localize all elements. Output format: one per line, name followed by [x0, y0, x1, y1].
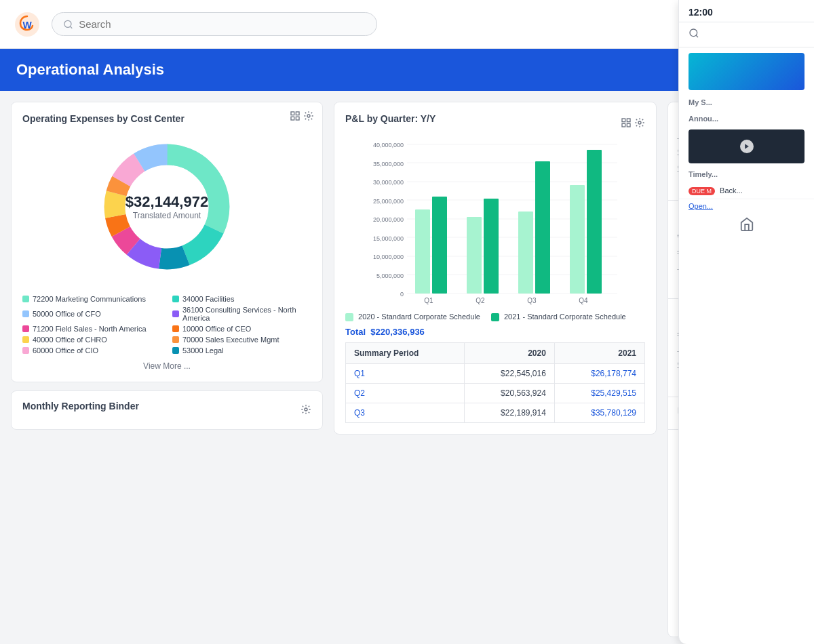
svg-rect-47	[484, 199, 499, 294]
svg-rect-48	[518, 212, 533, 294]
donut-chart-settings-button[interactable]	[290, 110, 314, 121]
gear-icon	[634, 117, 645, 128]
search-bar[interactable]	[52, 12, 377, 36]
donut-center: $32,144,972 Translated Amount	[125, 193, 208, 220]
notif-timely-title: Timely...	[679, 166, 814, 182]
legend-label: 72200 Marketing Communications	[33, 295, 146, 303]
table-row: Q2 $20,563,924 $25,429,515	[346, 384, 645, 403]
svg-text:10,000,000: 10,000,000	[373, 254, 404, 260]
svg-text:Q4: Q4	[579, 297, 588, 304]
legend-color	[22, 336, 29, 343]
legend-color	[172, 296, 179, 302]
donut-wrapper: $32,144,972 Translated Amount	[92, 132, 241, 281]
svg-marker-58	[745, 144, 749, 149]
legend-label-2020: 2020 - Standard Corporate Schedule	[358, 313, 480, 321]
donut-legend: 72200 Marketing Communications 34000 Fac…	[22, 295, 311, 355]
notification-panel: 12:00 My S... Annou... Timely... DUE M B…	[678, 0, 814, 644]
svg-point-2	[64, 20, 71, 27]
due-badge: DUE M	[689, 187, 715, 195]
legend-label: 36100 Consulting Services - North Americ…	[182, 306, 311, 322]
home-button[interactable]	[679, 213, 814, 239]
svg-rect-23	[622, 123, 625, 127]
svg-rect-22	[627, 119, 630, 122]
notif-my-section: My S...	[679, 94, 814, 110]
legend-color	[172, 336, 179, 343]
svg-text:30,000,000: 30,000,000	[373, 179, 404, 186]
notif-video-thumb[interactable]	[689, 129, 805, 163]
svg-rect-49	[535, 161, 550, 294]
legend-label: 34000 Facilities	[182, 295, 234, 303]
legend-swatch-2021	[491, 313, 499, 321]
grid-icon	[621, 117, 632, 128]
legend-swatch-2020	[345, 313, 353, 321]
svg-text:40,000,000: 40,000,000	[373, 142, 404, 148]
svg-rect-44	[415, 209, 430, 294]
search-input[interactable]	[79, 18, 366, 30]
chart-total-label: Total	[345, 327, 366, 337]
svg-rect-51	[587, 150, 602, 294]
q1-2021: $26,178,774	[554, 364, 644, 384]
bar-chart-settings-button[interactable]	[621, 117, 645, 128]
monthly-binder-card: Monthly Reporting Binder	[11, 390, 323, 430]
svg-rect-50	[570, 185, 585, 294]
svg-rect-4	[291, 112, 294, 115]
q1-2020: $22,545,016	[464, 364, 554, 384]
home-icon	[739, 217, 754, 232]
svg-rect-6	[291, 117, 294, 120]
q2-link[interactable]: Q2	[354, 388, 365, 398]
chart-total-value[interactable]: $220,336,936	[370, 327, 425, 337]
open-link[interactable]: Open...	[679, 199, 814, 213]
table-row: Q1 $22,545,016 $26,178,774	[346, 364, 645, 384]
play-button[interactable]	[740, 140, 754, 153]
notif-due-item: DUE M Back...	[679, 182, 814, 199]
legend-label: 53000 Legal	[182, 346, 224, 355]
table-row: Q3 $22,189,914 $35,780,129	[346, 403, 645, 423]
search-icon[interactable]	[689, 28, 699, 39]
chart-legend: 2020 - Standard Corporate Schedule 2021 …	[345, 313, 645, 321]
legend-item: 40000 Office of CHRO	[22, 336, 161, 344]
legend-item: 50000 Office of CFO	[22, 306, 161, 322]
q1-link[interactable]: Q1	[354, 369, 365, 378]
donut-chart-title: Operating Expenses by Cost Center	[22, 113, 311, 124]
gear-icon	[301, 404, 311, 415]
monthly-binder-title: Monthly Reporting Binder	[22, 401, 139, 411]
legend-color	[22, 347, 29, 354]
svg-text:25,000,000: 25,000,000	[373, 198, 404, 205]
svg-text:20,000,000: 20,000,000	[373, 216, 404, 223]
svg-text:35,000,000: 35,000,000	[373, 161, 404, 167]
workday-logo[interactable]: W	[14, 11, 41, 38]
legend-2020: 2020 - Standard Corporate Schedule	[345, 313, 480, 321]
svg-rect-45	[432, 197, 447, 294]
svg-text:Q2: Q2	[476, 297, 485, 304]
svg-point-8	[307, 115, 310, 117]
notif-content-area	[679, 47, 814, 90]
q3-2021: $35,780,129	[554, 403, 644, 423]
svg-text:Q3: Q3	[527, 297, 537, 304]
svg-text:W: W	[22, 20, 32, 31]
col-2021: 2021	[554, 343, 644, 364]
notif-banner	[689, 53, 805, 90]
view-more-link[interactable]: View More ...	[22, 361, 311, 371]
q3-link[interactable]: Q3	[354, 408, 365, 418]
svg-line-57	[696, 35, 698, 37]
notif-announcements-title: Annou...	[679, 110, 814, 127]
monthly-binder-settings-button[interactable]	[301, 404, 311, 417]
legend-color	[22, 310, 29, 317]
left-column: Operating Expenses by Cost Center	[11, 102, 323, 637]
svg-point-20	[305, 408, 307, 411]
legend-item: 36100 Consulting Services - North Americ…	[172, 306, 311, 322]
q3-2020: $22,189,914	[464, 403, 554, 423]
legend-color	[172, 325, 179, 332]
svg-text:5,000,000: 5,000,000	[376, 273, 404, 279]
svg-rect-5	[296, 112, 299, 115]
q2-2020: $20,563,924	[464, 384, 554, 403]
back-label: Back...	[720, 186, 743, 195]
legend-item: 10000 Office of CEO	[172, 325, 311, 333]
svg-point-25	[638, 121, 641, 124]
legend-item: 70000 Sales Executive Mgmt	[172, 336, 311, 344]
legend-label: 71200 Field Sales - North America	[33, 325, 147, 333]
legend-color	[172, 347, 179, 354]
svg-rect-21	[622, 119, 625, 122]
svg-line-3	[71, 26, 73, 28]
search-icon	[63, 19, 73, 30]
